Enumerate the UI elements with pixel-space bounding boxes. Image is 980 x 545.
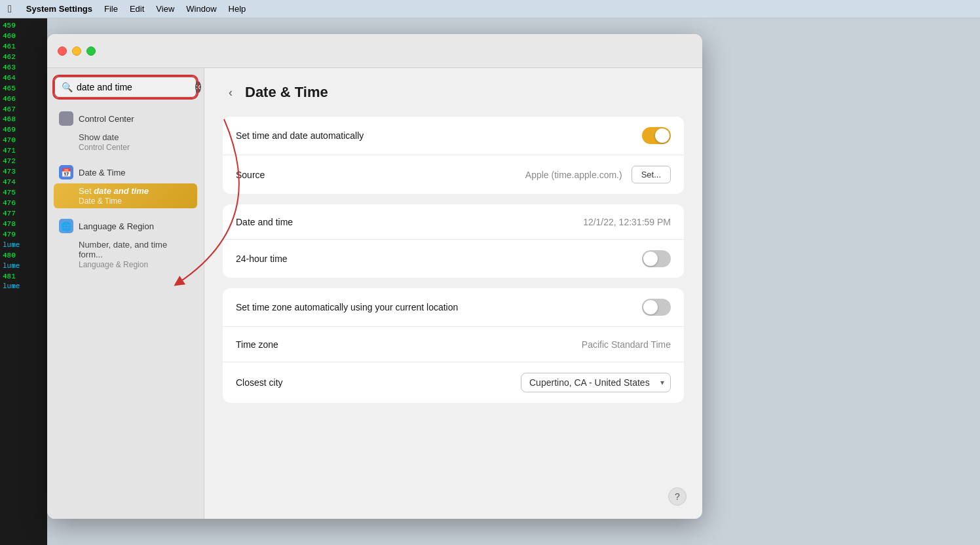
sidebar-section-control-center: Control Center Show date Control Center (54, 107, 197, 155)
sidebar-item-show-date-sublabel: Control Center (79, 143, 130, 152)
menu-view[interactable]: View (156, 4, 174, 14)
app-name: System Settings (26, 4, 92, 14)
sidebar-section-header-control-center[interactable]: Control Center (54, 107, 197, 130)
sidebar-section-language-region: 🌐 Language & Region Number, date, and ti… (54, 215, 197, 272)
language-region-section-label: Language & Region (79, 221, 154, 231)
24-hour-label: 24-hour time (236, 254, 288, 264)
minimize-button[interactable] (72, 47, 81, 56)
24-hour-toggle[interactable] (642, 250, 671, 267)
language-region-icon: 🌐 (59, 219, 73, 233)
auto-time-toggle[interactable] (642, 127, 671, 144)
menu-file[interactable]: File (104, 4, 118, 14)
search-icon: 🔍 (62, 82, 73, 92)
sidebar-item-number-date-time-sublabel: Language & Region (79, 260, 148, 269)
auto-timezone-label: Set time zone automatically using your c… (236, 302, 458, 312)
settings-card-auto-time: Set time and date automatically Source A… (223, 117, 684, 194)
sidebar-section-header-language-region[interactable]: 🌐 Language & Region (54, 215, 197, 237)
source-value-group: Apple (time.apple.com.) Set... (525, 166, 671, 183)
page-title: Date & Time (245, 84, 328, 101)
terminal-background: 459 460 461 462 463 464 465 466 467 468 … (0, 18, 47, 545)
source-set-button[interactable]: Set... (631, 166, 671, 183)
apple-logo-icon:  (8, 3, 12, 15)
control-center-icon (59, 111, 73, 126)
close-button[interactable] (58, 47, 67, 56)
closest-city-dropdown[interactable]: Cupertino, CA - United States San Franci… (521, 373, 671, 392)
menu-edit[interactable]: Edit (130, 4, 144, 14)
back-button[interactable]: ‹ (223, 85, 238, 100)
maximize-button[interactable] (86, 47, 96, 56)
auto-timezone-toggle-knob (643, 300, 658, 314)
help-button[interactable]: ? (668, 487, 687, 506)
title-bar (47, 34, 702, 68)
sidebar-item-show-date[interactable]: Show date Control Center (54, 130, 197, 155)
search-input[interactable] (77, 82, 191, 92)
control-center-label: Control Center (79, 114, 134, 124)
main-content: ‹ Date & Time Set time and date automati… (204, 68, 702, 519)
sidebar-item-set-date-time[interactable]: Set date and time Date & Time (54, 183, 197, 208)
auto-timezone-toggle[interactable] (642, 299, 671, 316)
settings-card-timezone: Set time zone automatically using your c… (223, 288, 684, 403)
menu-window[interactable]: Window (186, 4, 216, 14)
main-window: 🔍 ✕ Control Center Show date Control Cen… (47, 34, 702, 519)
menu-bar:  System Settings File Edit View Window … (0, 0, 980, 18)
date-time-icon: 📅 (59, 165, 73, 179)
settings-row-auto-time: Set time and date automatically (223, 117, 684, 155)
closest-city-dropdown-wrapper: Cupertino, CA - United States San Franci… (521, 373, 671, 392)
date-time-display-label: Date and time (236, 217, 293, 227)
page-header: ‹ Date & Time (223, 84, 684, 101)
search-bar: 🔍 ✕ (54, 76, 197, 98)
sidebar-item-set-date-time-sublabel: Date & Time (79, 197, 122, 206)
settings-row-date-time-value: Date and time 12/1/22, 12:31:59 PM (223, 204, 684, 240)
sidebar: 🔍 ✕ Control Center Show date Control Cen… (47, 68, 204, 519)
settings-row-24-hour: 24-hour time (223, 240, 684, 278)
sidebar-section-header-date-time[interactable]: 📅 Date & Time (54, 161, 197, 183)
24-hour-toggle-knob (643, 252, 658, 266)
settings-row-source: Source Apple (time.apple.com.) Set... (223, 155, 684, 194)
date-time-section-label: Date & Time (79, 168, 126, 178)
window-body: 🔍 ✕ Control Center Show date Control Cen… (47, 68, 702, 519)
sidebar-item-set-date-time-highlight: date and time (94, 186, 149, 196)
source-value: Apple (time.apple.com.) (525, 170, 622, 180)
sidebar-section-date-time: 📅 Date & Time Set date and time Date & T… (54, 161, 197, 208)
timezone-label: Time zone (236, 339, 278, 350)
settings-row-auto-timezone: Set time zone automatically using your c… (223, 288, 684, 327)
settings-card-date-time-display: Date and time 12/1/22, 12:31:59 PM 24-ho… (223, 204, 684, 278)
date-time-display-value: 12/1/22, 12:31:59 PM (583, 217, 671, 227)
search-clear-button[interactable]: ✕ (195, 81, 201, 93)
menu-help[interactable]: Help (229, 4, 246, 14)
auto-time-label: Set time and date automatically (236, 130, 364, 141)
auto-time-toggle-knob (655, 128, 669, 143)
sidebar-item-number-date-time[interactable]: Number, date, and time form... Language … (54, 237, 197, 272)
source-label: Source (236, 170, 265, 180)
settings-row-closest-city: Closest city Cupertino, CA - United Stat… (223, 362, 684, 403)
closest-city-label: Closest city (236, 377, 283, 388)
timezone-value: Pacific Standard Time (582, 339, 671, 350)
settings-row-timezone: Time zone Pacific Standard Time (223, 327, 684, 362)
